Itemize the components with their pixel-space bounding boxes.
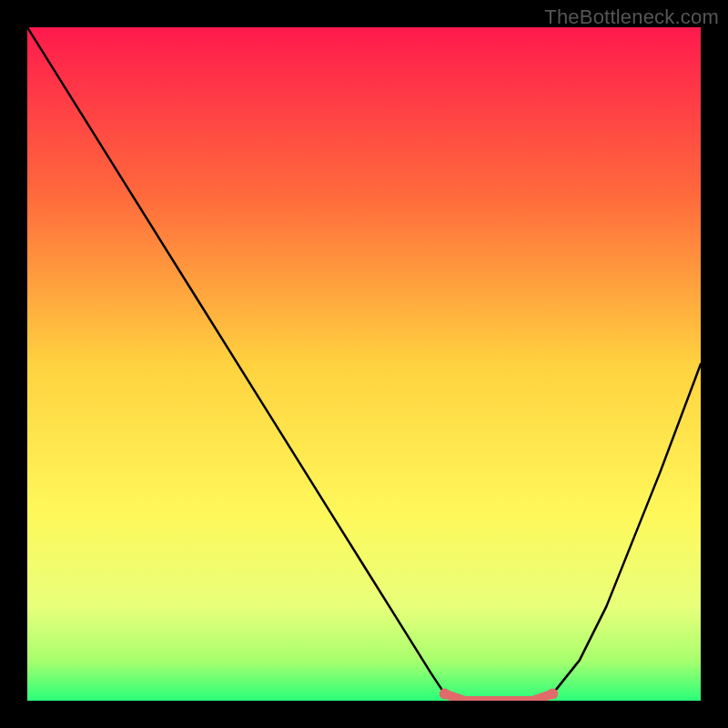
gradient-background xyxy=(27,27,701,701)
highlight-dot-start xyxy=(440,689,450,700)
chart-frame: TheBottleneck.com xyxy=(0,0,728,728)
plot-area xyxy=(27,27,701,701)
highlight-dot-end xyxy=(547,689,558,700)
chart-svg xyxy=(27,27,701,701)
watermark-text: TheBottleneck.com xyxy=(544,5,719,29)
